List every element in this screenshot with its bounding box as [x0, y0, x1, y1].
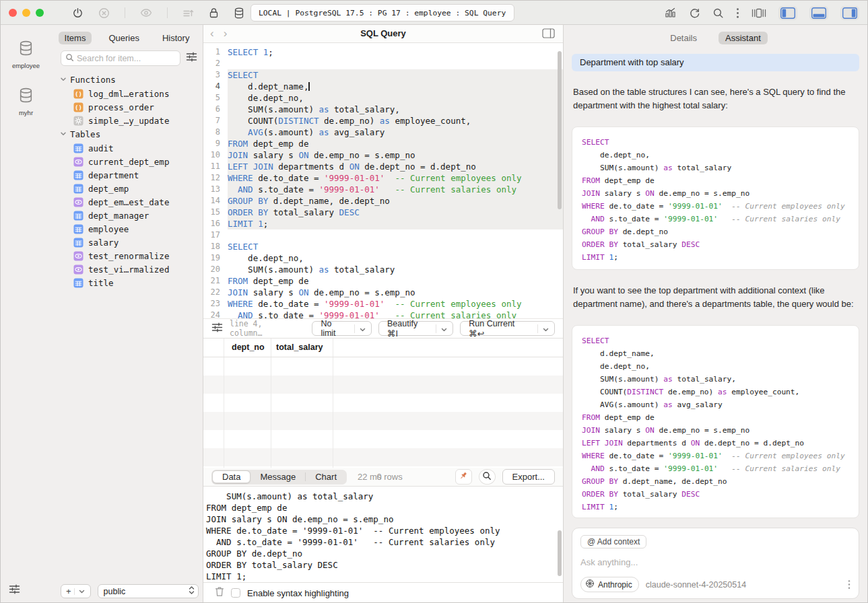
results-grid-header: dept_no total_salary	[203, 339, 563, 357]
code-line: COUNT(DISTINCT de.emp_no) as employee_co…	[582, 386, 849, 398]
close-window-button[interactable]	[9, 9, 17, 17]
table-row[interactable]	[203, 448, 563, 466]
connection-title[interactable]: LOCAL | PostgreSQL 17.5 : PG 17 : employ…	[251, 4, 514, 22]
beautify-button[interactable]: Beautify ⌘I	[378, 321, 453, 336]
sidebar-item-simple-y-update[interactable]: simple_…y_update	[51, 114, 203, 127]
toggle-bottom-panel-button[interactable]	[809, 6, 828, 20]
editor-scrollbar[interactable]	[558, 51, 562, 209]
preview-eye-icon[interactable]	[140, 8, 152, 17]
limit-button[interactable]: No limit	[312, 321, 372, 336]
sidebar-item-current-dept-emp[interactable]: current_dept_emp	[51, 155, 203, 168]
minimize-window-button[interactable]	[22, 9, 30, 17]
table-row[interactable]	[203, 430, 563, 448]
lock-icon[interactable]	[209, 7, 219, 18]
view-icon	[73, 251, 84, 261]
code-line: de.dept_no,	[582, 360, 849, 373]
item-label: dept_em…est_date	[88, 197, 169, 207]
search-icon[interactable]	[712, 7, 724, 19]
sidebar-item-log-dml-erations[interactable]: ()log_dml…erations	[51, 87, 203, 100]
sidebar-item-salary[interactable]: salary	[51, 236, 203, 249]
code-line: de.dept_no,	[582, 149, 849, 162]
split-panel-icon[interactable]	[542, 28, 563, 38]
table-row[interactable]	[203, 357, 563, 376]
tab-queries[interactable]: Queries	[102, 32, 145, 44]
ask-anything-input[interactable]	[580, 557, 850, 567]
export-button[interactable]: Export...	[502, 469, 555, 485]
sidebar-item-department[interactable]: department	[51, 168, 203, 182]
code-line: 9FROM dept_emp de	[203, 138, 563, 149]
sidebar-item-dept-manager[interactable]: dept_manager	[51, 209, 203, 222]
tab-data[interactable]: Data	[212, 470, 251, 483]
code-line: 21FROM dept_emp de	[203, 275, 563, 287]
table-row[interactable]	[203, 394, 563, 412]
filter-sliders-icon[interactable]	[186, 52, 197, 65]
more-menu-icon[interactable]	[736, 7, 739, 19]
syntax-highlighting-checkbox[interactable]	[231, 588, 240, 598]
structure-icon[interactable]	[182, 8, 194, 18]
user-prompt-bubble: Department with top salary	[572, 54, 859, 71]
sidebar-item-dept-em-est-date[interactable]: dept_em…est_date	[51, 195, 203, 209]
traffic-lights	[9, 9, 44, 17]
tab-message[interactable]: Message	[251, 471, 305, 483]
code-line: LEFT JOIN departments d ON de.dept_no = …	[582, 437, 849, 450]
plus-icon: +	[65, 586, 74, 597]
table-row[interactable]	[203, 376, 563, 394]
code-line: JOIN salary s ON de.emp_no = s.emp_no	[582, 424, 849, 437]
sidebar-item-dept-emp[interactable]: dept_emp	[51, 182, 203, 195]
table-row[interactable]	[203, 412, 563, 430]
run-current-button[interactable]: Run Current ⌘↩	[460, 321, 555, 336]
sidebar-item-audit[interactable]: audit	[51, 141, 203, 155]
table-row[interactable]	[203, 466, 563, 468]
connection-employee[interactable]: employee	[12, 40, 40, 69]
zoom-window-button[interactable]	[36, 9, 44, 17]
refresh-icon[interactable]	[689, 7, 700, 19]
sidebar-item-title[interactable]: title	[51, 276, 203, 289]
message-scrollbar[interactable]	[558, 530, 562, 576]
code-line: 16LIMIT 1;	[203, 218, 563, 229]
tab-assistant[interactable]: Assistant	[719, 32, 768, 44]
sidebar-search[interactable]	[61, 50, 180, 66]
add-context-button[interactable]: @ Add context	[580, 535, 646, 548]
sidebar-item-process-order[interactable]: ()process_order	[51, 100, 203, 114]
editor-settings-icon[interactable]	[211, 322, 223, 335]
chevron-down-icon	[60, 129, 67, 139]
database-icon[interactable]	[234, 7, 244, 19]
connection-myhr[interactable]: myhr	[18, 87, 34, 116]
provider-select[interactable]: Anthropic	[580, 577, 639, 592]
chart-icon[interactable]	[665, 7, 677, 18]
anthropic-logo-icon	[585, 579, 595, 590]
column-header-total-salary[interactable]: total_salary	[276, 343, 323, 352]
column-header-dept-no[interactable]: dept_no	[232, 343, 265, 352]
trash-icon[interactable]	[215, 586, 224, 600]
disconnect-icon[interactable]	[98, 7, 110, 19]
code-line: SUM(s.amount) as total_salary,	[582, 373, 849, 386]
pin-button[interactable]	[455, 469, 472, 485]
code-line: 7 COUNT(DISTINCT de.emp_no) as employee_…	[203, 115, 563, 127]
message-output-panel[interactable]: SUM(s.amount) as total_salaryFROM dept_e…	[203, 487, 563, 582]
tab-chart[interactable]: Chart	[306, 471, 346, 483]
tree-group-functions[interactable]: Functions	[51, 73, 203, 87]
toggle-right-panel-button[interactable]	[840, 6, 859, 20]
tree-group-tables[interactable]: Tables	[51, 127, 203, 141]
tab-items[interactable]: Items	[59, 32, 92, 44]
layout-center-icon[interactable]	[752, 7, 766, 19]
schema-select[interactable]: public	[98, 584, 199, 598]
toolbar-left: SQL	[72, 1, 274, 25]
composer-menu-icon[interactable]	[848, 579, 850, 590]
rail-settings-icon[interactable]	[9, 584, 20, 597]
results-grid[interactable]: dept_no total_salary	[203, 339, 563, 468]
tab-history[interactable]: History	[156, 32, 195, 44]
sidebar-item-test-vi-rmalized[interactable]: test_vi…rmalized	[51, 262, 203, 276]
tab-details[interactable]: Details	[663, 32, 704, 44]
add-item-button[interactable]: +	[61, 584, 91, 598]
search-results-button[interactable]	[479, 469, 496, 485]
item-label: department	[88, 170, 139, 180]
toggle-left-panel-button[interactable]	[778, 6, 797, 20]
row-count: 0 rows	[376, 472, 402, 482]
search-input[interactable]	[77, 54, 176, 63]
connection-icon[interactable]	[72, 7, 84, 19]
sql-editor[interactable]: 1SELECT 1;23SELECT4 d.dept_name,5 de.dep…	[203, 43, 563, 319]
sidebar-item-employee[interactable]: employee	[51, 222, 203, 236]
sidebar-item-test-renormalize[interactable]: test_renormalize	[51, 249, 203, 262]
syntax-highlighting-label: Enable syntax highlighting	[247, 588, 349, 598]
